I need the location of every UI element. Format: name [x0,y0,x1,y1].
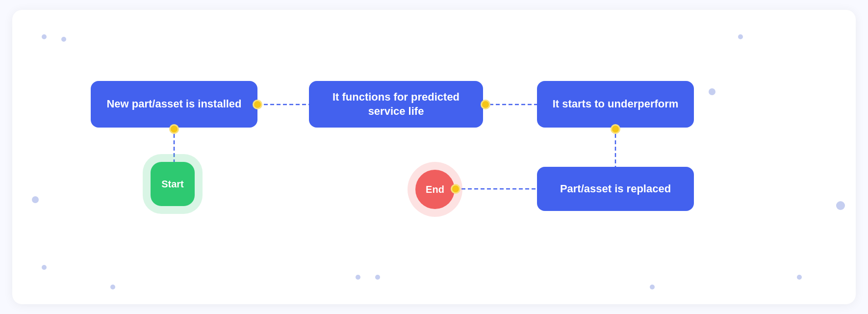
node-functions[interactable]: It functions for predicted service life [309,81,483,128]
deco-dot [709,88,715,95]
connector-dot-1 [253,100,262,109]
node-installed-label: New part/asset is installed [106,97,241,111]
connector-dot-4 [451,184,460,194]
deco-dot [650,285,655,289]
deco-dot [42,34,47,39]
connector-dot-5 [169,124,179,134]
connector-lines [12,10,856,304]
end-node[interactable]: End [415,170,455,209]
node-replaced-label: Part/asset is replaced [560,182,671,196]
deco-dot [836,201,845,210]
flow-canvas: New part/asset is installed It functions… [12,10,856,304]
start-node[interactable]: Start [151,162,195,206]
node-installed[interactable]: New part/asset is installed [91,81,257,128]
end-label: End [426,184,444,195]
deco-dot [375,275,380,280]
deco-dot [61,37,66,42]
deco-dot [32,196,39,203]
deco-dot [110,285,115,289]
deco-dot [738,34,743,39]
connector-dot-2 [481,100,490,109]
node-replaced[interactable]: Part/asset is replaced [537,167,694,211]
deco-dot [356,275,360,280]
node-functions-label: It functions for predicted service life [323,90,469,118]
node-underperform[interactable]: It starts to underperform [537,81,694,128]
connector-dot-3 [611,124,620,134]
node-underperform-label: It starts to underperform [553,97,679,111]
deco-dot [42,265,47,270]
deco-dot [797,275,802,280]
start-label: Start [161,179,184,190]
